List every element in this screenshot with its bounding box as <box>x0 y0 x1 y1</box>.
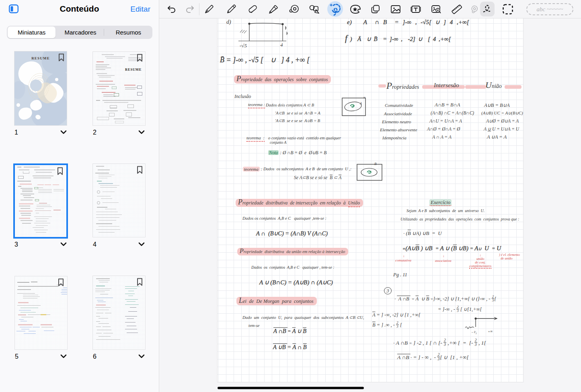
svg-text:+∞: +∞ <box>488 329 493 333</box>
svg-text:B: B <box>374 162 377 166</box>
svg-text:A: A <box>359 102 362 105</box>
svg-text:- ²⁄₃: - ²⁄₃ <box>472 330 477 334</box>
svg-text:u: u <box>363 95 365 99</box>
